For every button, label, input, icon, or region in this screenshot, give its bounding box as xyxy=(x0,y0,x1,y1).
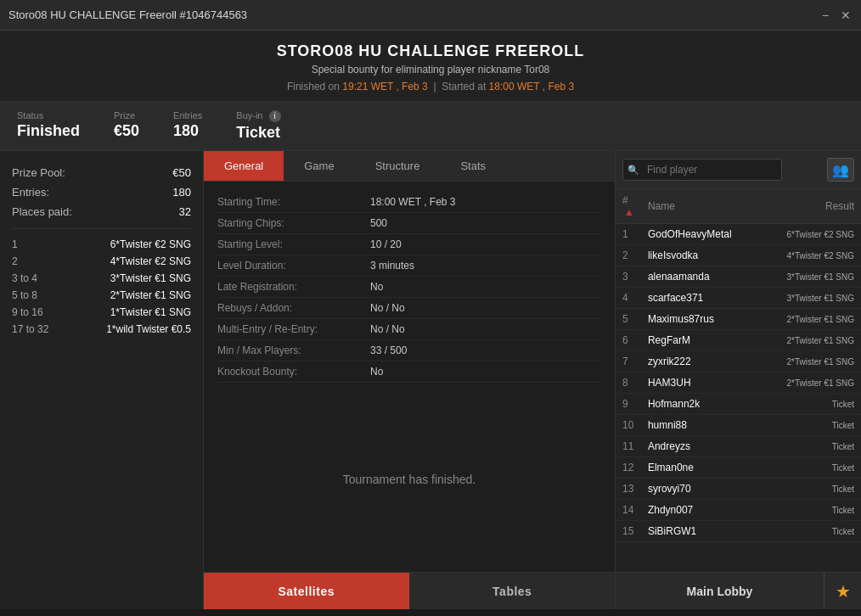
prize-row: 9 to 161*Twister €1 SNG xyxy=(12,304,191,321)
col-name: Name xyxy=(641,189,761,224)
tab-stats[interactable]: Stats xyxy=(440,151,506,181)
friends-button[interactable]: 👥 xyxy=(827,158,854,182)
info-value: 500 xyxy=(370,217,387,229)
window-controls: − ✕ xyxy=(819,8,853,22)
info-row: Knockout Bounty:No xyxy=(217,361,601,383)
tournament-title: STORO08 HU CHALLENGE FREEROLL xyxy=(8,42,853,60)
table-row[interactable]: 14 Zhdyn007 Ticket xyxy=(616,500,861,521)
satellites-button[interactable]: Satellites xyxy=(204,573,409,609)
info-value: 10 / 20 xyxy=(370,238,402,250)
info-label: Knockout Bounty: xyxy=(217,366,370,378)
main-content: Prize Pool: €50 Entries: 180 Places paid… xyxy=(0,151,861,609)
tab-game[interactable]: Game xyxy=(284,151,354,181)
table-row[interactable]: 7 zyxrik222 2*Twister €1 SNG xyxy=(616,351,861,372)
center-footer: Satellites Tables xyxy=(204,572,615,609)
places-paid-label: Places paid: xyxy=(12,205,72,218)
tab-content: Starting Time:18:00 WET , Feb 3Starting … xyxy=(204,182,615,387)
info-label: Rebuys / Addon: xyxy=(217,302,370,314)
table-row[interactable]: 2 likeIsvodka 4*Twister €2 SNG xyxy=(616,245,861,266)
info-row: Starting Time:18:00 WET , Feb 3 xyxy=(217,192,601,213)
table-row[interactable]: 3 alenaamanda 3*Twister €1 SNG xyxy=(616,266,861,288)
table-row[interactable]: 11 Andreyzs Ticket xyxy=(616,436,861,457)
tab-general[interactable]: General xyxy=(204,151,284,181)
prize-stat: Prize €50 xyxy=(114,110,139,142)
finished-label: Finished on xyxy=(287,81,340,92)
prize-place: 9 to 16 xyxy=(12,306,43,318)
player-name: alenaamanda xyxy=(641,266,761,288)
table-row[interactable]: 15 SiBiRGW1 Ticket xyxy=(616,521,861,542)
table-row[interactable]: 9 Hofmann2k Ticket xyxy=(616,394,861,415)
table-row[interactable]: 13 syrovyi70 Ticket xyxy=(616,479,861,500)
search-bar: 👥 xyxy=(616,151,861,189)
col-rank: # ▲ xyxy=(616,189,641,224)
prize-reward: 3*Twister €1 SNG xyxy=(110,272,191,284)
center-panel: GeneralGameStructureStats Starting Time:… xyxy=(204,151,615,609)
player-name: syrovyi70 xyxy=(641,479,761,500)
places-paid-row: Places paid: 32 xyxy=(12,202,191,221)
table-row[interactable]: 8 HAM3UH 2*Twister €1 SNG xyxy=(616,372,861,394)
table-row[interactable]: 5 Maximus87rus 2*Twister €1 SNG xyxy=(616,309,861,330)
player-name: Maximus87rus xyxy=(641,309,761,330)
entries-value: 180 xyxy=(173,122,202,140)
player-rank: 7 xyxy=(616,351,641,372)
tab-structure[interactable]: Structure xyxy=(355,151,441,181)
info-row: Rebuys / Addon:No / No xyxy=(217,298,601,319)
info-row: Starting Chips:500 xyxy=(217,213,601,234)
info-row: Level Duration:3 minutes xyxy=(217,255,601,277)
buyin-stat: Buy-in i Ticket xyxy=(236,110,280,142)
star-button[interactable]: ★ xyxy=(824,573,861,609)
window-title: Storo08 HU CHALLENGE Freeroll #104674456… xyxy=(8,8,247,21)
table-row[interactable]: 10 humni88 Ticket xyxy=(616,415,861,436)
player-result: 3*Twister €1 SNG xyxy=(761,266,861,288)
player-name: Zhdyn007 xyxy=(641,500,761,521)
info-label: Starting Chips: xyxy=(217,217,370,229)
player-rank: 8 xyxy=(616,372,641,394)
close-button[interactable]: ✕ xyxy=(839,8,853,22)
prize-row: 16*Twister €2 SNG xyxy=(12,236,191,253)
stats-bar: Status Finished Prize €50 Entries 180 Bu… xyxy=(0,102,861,151)
tables-button[interactable]: Tables xyxy=(409,573,616,609)
sort-arrow-icon: ▲ xyxy=(624,206,634,218)
player-result: Ticket xyxy=(761,436,861,457)
player-name: RegFarM xyxy=(641,330,761,351)
info-label: Starting Level: xyxy=(217,238,370,250)
info-row: Starting Level:10 / 20 xyxy=(217,234,601,255)
player-rank: 14 xyxy=(616,500,641,521)
table-row[interactable]: 6 RegFarM 2*Twister €1 SNG xyxy=(616,330,861,351)
tournament-times: Finished on 19:21 WET , Feb 3 | Started … xyxy=(8,81,853,92)
info-value: No / No xyxy=(370,302,405,314)
info-value: No / No xyxy=(370,323,405,335)
entries-row: Entries: 180 xyxy=(12,182,191,202)
prize-place: 3 to 4 xyxy=(12,272,37,284)
player-rank: 10 xyxy=(616,415,641,436)
prize-row: 24*Twister €2 SNG xyxy=(12,253,191,270)
player-name: humni88 xyxy=(641,415,761,436)
header: STORO08 HU CHALLENGE FREEROLL Special bo… xyxy=(0,31,861,102)
player-rank: 2 xyxy=(616,245,641,266)
player-table: # ▲ Name Result 1 GodOfHeavyMetal 6*Twis… xyxy=(616,189,861,572)
buyin-info-icon[interactable]: i xyxy=(269,110,281,122)
info-label: Level Duration: xyxy=(217,260,370,272)
table-row[interactable]: 4 scarface371 3*Twister €1 SNG xyxy=(616,288,861,309)
player-rank: 12 xyxy=(616,457,641,479)
prize-list: 16*Twister €2 SNG24*Twister €2 SNG3 to 4… xyxy=(12,236,191,338)
info-value: 33 / 500 xyxy=(370,344,407,356)
started-label: Started at xyxy=(442,81,486,92)
info-value: No xyxy=(370,281,383,293)
finished-message: Tournament has finished. xyxy=(204,387,615,572)
main-lobby-button[interactable]: Main Lobby xyxy=(616,573,824,609)
entries-stat: Entries 180 xyxy=(173,110,202,142)
info-label: Min / Max Players: xyxy=(217,344,370,356)
search-input[interactable] xyxy=(622,159,782,181)
info-value: 3 minutes xyxy=(370,260,414,272)
search-wrapper xyxy=(622,159,822,181)
minimize-button[interactable]: − xyxy=(819,8,832,22)
player-rank: 5 xyxy=(616,309,641,330)
table-row[interactable]: 1 GodOfHeavyMetal 6*Twister €2 SNG xyxy=(616,224,861,245)
col-result: Result xyxy=(761,189,861,224)
right-panel: 👥 # ▲ Name Result 1 GodOfHeavyMetal xyxy=(615,151,861,609)
player-result: 2*Twister €1 SNG xyxy=(761,309,861,330)
table-row[interactable]: 12 Elman0ne Ticket xyxy=(616,457,861,479)
player-name: GodOfHeavyMetal xyxy=(641,224,761,245)
player-result: Ticket xyxy=(761,521,861,542)
